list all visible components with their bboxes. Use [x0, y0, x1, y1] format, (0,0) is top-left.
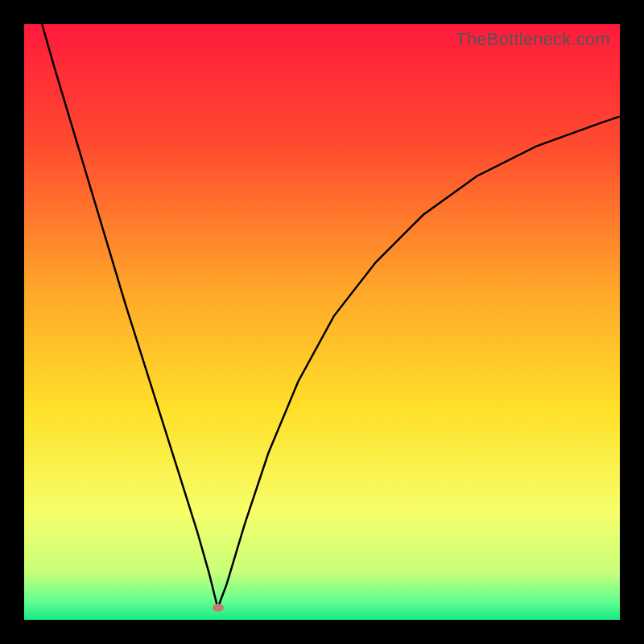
plot-area: TheBottleneck.com	[24, 24, 620, 620]
watermark-text: TheBottleneck.com	[456, 29, 610, 50]
chart-frame: TheBottleneck.com	[24, 24, 620, 620]
curve-svg	[24, 24, 620, 620]
minimum-marker	[213, 604, 224, 612]
bottleneck-curve	[42, 24, 620, 608]
